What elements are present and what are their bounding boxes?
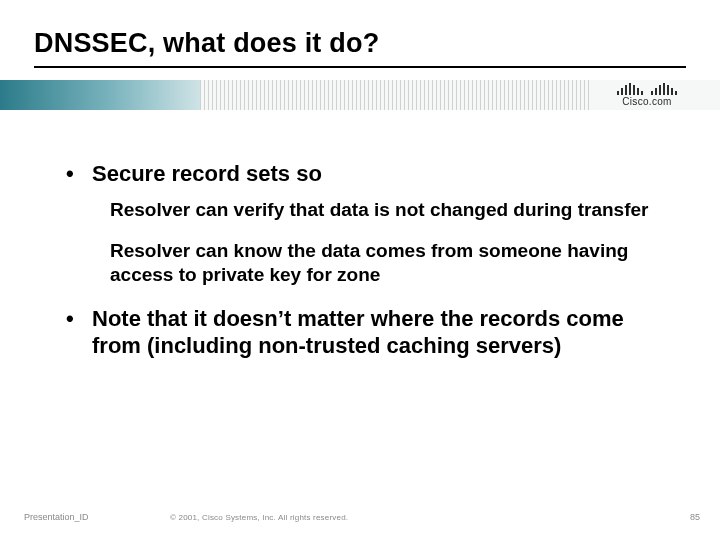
page-number: 85 [670,512,700,522]
bullet-1-text: Secure record sets so [92,161,322,186]
cisco-bridge-icon [617,83,677,95]
slide-title: DNSSEC, what does it do? [34,28,379,59]
bullet-1: Secure record sets so [66,160,660,188]
band-gradient [0,80,200,110]
content-area: Secure record sets so Resolver can verif… [66,160,660,370]
band-ticks [200,80,590,110]
cisco-logo: Cisco.com [592,80,702,110]
bullet-2-text: Note that it doesn’t matter where the re… [92,306,624,359]
bullet-2: Note that it doesn’t matter where the re… [66,305,660,360]
title-underline [34,66,686,68]
header-band: Cisco.com [0,80,720,110]
footer: Presentation_ID © 2001, Cisco Systems, I… [24,512,700,522]
copyright-text: © 2001, Cisco Systems, Inc. All rights r… [164,513,670,522]
bullet-1-sub-1: Resolver can verify that data is not cha… [110,198,660,222]
presentation-id: Presentation_ID [24,512,164,522]
bullet-1-sub-2: Resolver can know the data comes from so… [110,239,660,287]
slide: DNSSEC, what does it do? Cisco.com Secur… [0,0,720,540]
logo-text: Cisco.com [622,96,671,107]
